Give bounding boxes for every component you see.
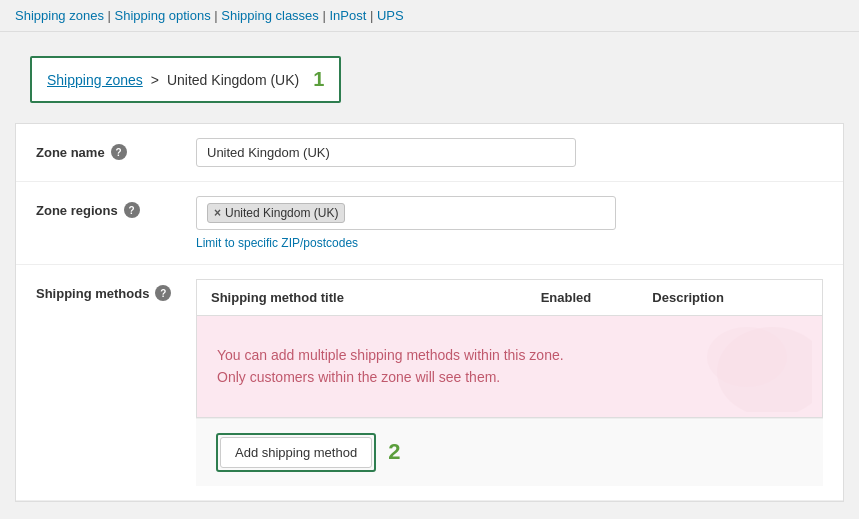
- shipping-methods-section: Shipping method title Enabled Descriptio…: [196, 279, 823, 486]
- svg-point-1: [707, 327, 787, 387]
- empty-state-row: You can add multiple shipping methods wi…: [197, 316, 823, 418]
- add-method-step: 2: [388, 439, 400, 465]
- shipping-methods-label: Shipping methods ?: [36, 279, 196, 301]
- zone-regions-label: Zone regions ?: [36, 196, 196, 218]
- col-enabled-header: Enabled: [494, 280, 639, 316]
- zip-link[interactable]: Limit to specific ZIP/postcodes: [196, 236, 823, 250]
- nav-sep-4: |: [370, 8, 377, 23]
- shipping-methods-row: Shipping methods ? Shipping method title…: [16, 265, 843, 501]
- nav-sep-1: |: [108, 8, 115, 23]
- zone-name-input[interactable]: [196, 138, 576, 167]
- breadcrumb-arrow: >: [151, 72, 159, 88]
- zone-regions-row: Zone regions ? × United Kingdom (UK) Lim…: [16, 182, 843, 265]
- add-shipping-method-button[interactable]: Add shipping method: [220, 437, 372, 468]
- region-tag: × United Kingdom (UK): [207, 203, 345, 223]
- breadcrumb: Shipping zones > United Kingdom (UK) 1: [30, 56, 341, 103]
- zone-name-help-icon[interactable]: ?: [111, 144, 127, 160]
- region-tag-label: United Kingdom (UK): [225, 206, 338, 220]
- breadcrumb-location: United Kingdom (UK): [167, 72, 299, 88]
- watermark-svg: [692, 316, 812, 412]
- add-method-row: Add shipping method 2: [196, 418, 823, 486]
- col-description-header: Description: [638, 280, 822, 316]
- nav-inpost[interactable]: InPost: [329, 8, 366, 23]
- col-title-header: Shipping method title: [197, 280, 494, 316]
- add-method-btn-wrapper: Add shipping method: [216, 433, 376, 472]
- nav-ups[interactable]: UPS: [377, 8, 404, 23]
- zone-regions-field: × United Kingdom (UK) Limit to specific …: [196, 196, 823, 250]
- breadcrumb-link[interactable]: Shipping zones: [47, 72, 143, 88]
- tag-remove-icon[interactable]: ×: [214, 206, 221, 220]
- empty-state-cell: You can add multiple shipping methods wi…: [197, 316, 823, 418]
- shipping-methods-help-icon[interactable]: ?: [155, 285, 171, 301]
- table-header-row: Shipping method title Enabled Descriptio…: [197, 280, 823, 316]
- shipping-methods-table: Shipping method title Enabled Descriptio…: [196, 279, 823, 418]
- nav-shipping-options[interactable]: Shipping options: [115, 8, 211, 23]
- breadcrumb-step: 1: [313, 68, 324, 91]
- nav-shipping-classes[interactable]: Shipping classes: [221, 8, 319, 23]
- zone-name-row: Zone name ?: [16, 124, 843, 182]
- nav-shipping-zones[interactable]: Shipping zones: [15, 8, 104, 23]
- region-input-wrapper[interactable]: × United Kingdom (UK): [196, 196, 616, 230]
- zone-name-label: Zone name ?: [36, 138, 196, 160]
- zone-regions-help-icon[interactable]: ?: [124, 202, 140, 218]
- top-nav: Shipping zones | Shipping options | Ship…: [0, 0, 859, 32]
- zone-name-field: [196, 138, 823, 167]
- form-container: Zone name ? Zone regions ? × United King…: [15, 123, 844, 502]
- empty-state: You can add multiple shipping methods wi…: [197, 316, 822, 417]
